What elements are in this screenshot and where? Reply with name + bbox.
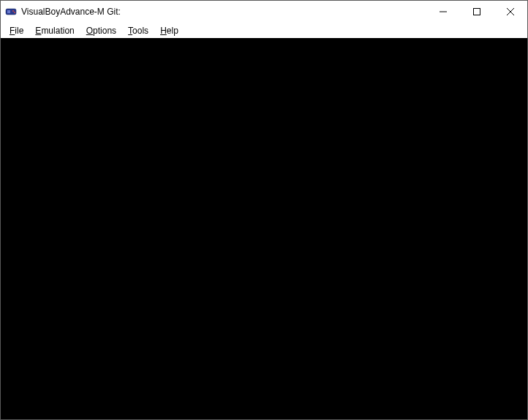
app-window: VisualBoyAdvance-M Git: File Emulation O… (0, 0, 528, 420)
window-controls (426, 1, 527, 23)
menu-options[interactable]: Options (80, 24, 122, 37)
menu-file[interactable]: File (4, 24, 29, 37)
svg-rect-1 (7, 10, 10, 13)
app-icon (5, 6, 17, 18)
svg-rect-5 (474, 9, 480, 15)
menu-emulation[interactable]: Emulation (29, 24, 80, 37)
maximize-icon (473, 8, 480, 15)
display-area (1, 38, 527, 419)
window-title: VisualBoyAdvance-M Git: (21, 7, 426, 17)
menu-tools[interactable]: Tools (122, 24, 154, 37)
minimize-button[interactable] (426, 1, 460, 23)
maximize-button[interactable] (460, 1, 494, 23)
svg-point-2 (12, 10, 14, 12)
menu-help[interactable]: Help (154, 24, 184, 37)
minimize-icon (440, 8, 447, 15)
close-icon (507, 8, 514, 15)
titlebar: VisualBoyAdvance-M Git: (1, 1, 527, 23)
svg-point-3 (14, 12, 15, 13)
menubar: File Emulation Options Tools Help (1, 23, 527, 38)
close-button[interactable] (494, 1, 527, 23)
